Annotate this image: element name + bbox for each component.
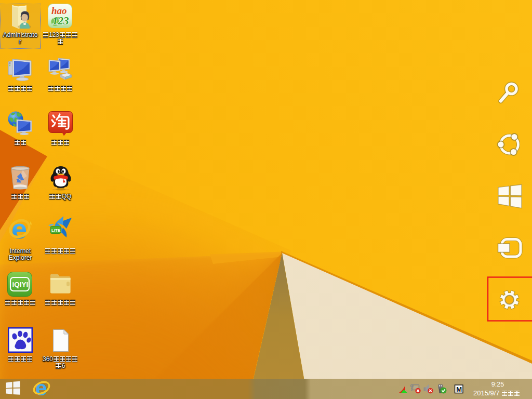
svg-text:iQIYI: iQIYI [12, 281, 29, 288]
svg-text:e: e [35, 379, 47, 399]
svg-text:LITE: LITE [51, 228, 61, 233]
svg-text:123: 123 [52, 15, 69, 27]
svg-text:e: e [11, 217, 27, 243]
svg-text:M: M [456, 385, 462, 393]
